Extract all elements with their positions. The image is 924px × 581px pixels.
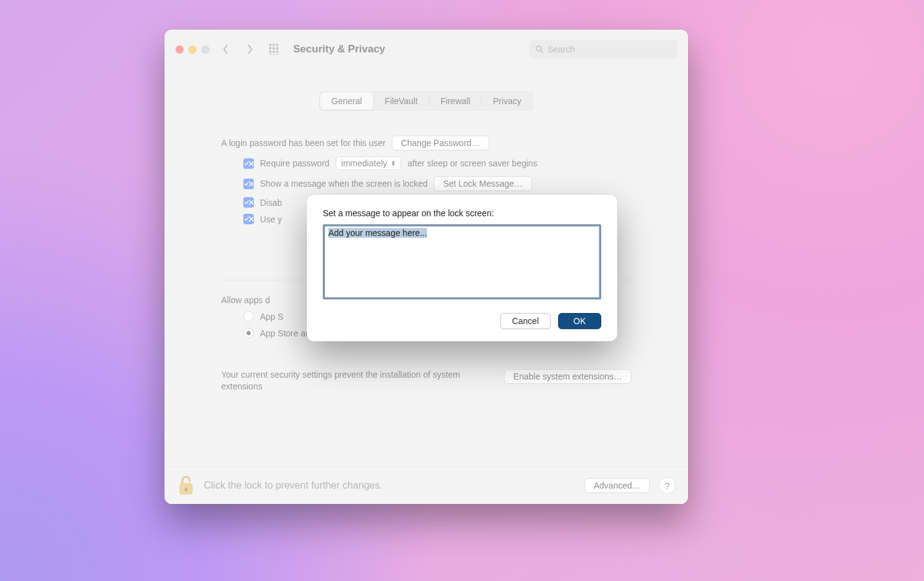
checkmark-icon — [244, 199, 249, 206]
radio-app-store[interactable] — [243, 311, 254, 322]
svg-rect-9 — [269, 54, 271, 55]
svg-rect-6 — [269, 51, 271, 52]
require-password-label: Require password — [260, 158, 330, 168]
tab-general[interactable]: General — [320, 92, 373, 110]
lock-hint-text: Click the lock to prevent further change… — [204, 480, 383, 491]
svg-rect-15 — [185, 487, 187, 492]
forward-button[interactable] — [241, 41, 259, 58]
help-button[interactable]: ? — [659, 477, 676, 494]
require-password-delay-popup[interactable]: immediately ▲▼ — [336, 156, 402, 170]
svg-rect-7 — [273, 51, 275, 52]
set-lock-message-button[interactable]: Set Lock Message… — [434, 176, 532, 191]
tab-filevault[interactable]: FileVault — [374, 92, 429, 110]
disable-autologin-label: Disab — [260, 198, 282, 208]
disable-autologin-checkbox[interactable] — [243, 197, 254, 208]
tab-privacy[interactable]: Privacy — [482, 92, 532, 110]
window-title: Security & Privacy — [293, 43, 385, 55]
zoom-window-button[interactable] — [201, 46, 209, 54]
svg-rect-1 — [273, 44, 275, 46]
svg-rect-5 — [276, 47, 278, 49]
checkmark-icon — [244, 160, 249, 167]
window-controls — [176, 46, 209, 54]
lock-message-sheet: Set a message to appear on the lock scre… — [307, 195, 617, 341]
radio-identified-developers[interactable] — [243, 328, 254, 338]
window-footer: Click the lock to prevent further change… — [164, 466, 688, 504]
chevron-left-icon — [222, 44, 229, 54]
svg-rect-10 — [273, 54, 275, 55]
question-mark-icon: ? — [665, 481, 670, 491]
use-watch-checkbox[interactable] — [243, 214, 254, 224]
svg-rect-11 — [276, 54, 278, 55]
sheet-prompt: Set a message to appear on the lock scre… — [323, 208, 601, 218]
show-message-label: Show a message when the screen is locked — [260, 179, 428, 189]
search-placeholder: Search — [548, 44, 575, 54]
ok-button[interactable]: OK — [558, 313, 601, 329]
svg-rect-8 — [276, 51, 278, 52]
search-field[interactable]: Search — [529, 40, 677, 59]
svg-rect-2 — [276, 44, 278, 46]
login-password-text: A login password has been set for this u… — [221, 138, 386, 148]
allow-apps-label: Allow apps d — [221, 295, 270, 305]
back-button[interactable] — [217, 41, 234, 58]
cancel-button[interactable]: Cancel — [500, 313, 551, 329]
show-message-checkbox[interactable] — [243, 179, 254, 189]
minimize-window-button[interactable] — [188, 46, 197, 54]
svg-line-13 — [541, 51, 543, 53]
close-window-button[interactable] — [176, 46, 184, 54]
lock-icon[interactable] — [177, 475, 195, 496]
tab-bar: General FileVault Firewall Privacy — [164, 91, 688, 111]
checkmark-icon — [244, 216, 249, 222]
checkmark-icon — [244, 181, 249, 187]
search-icon — [535, 45, 544, 54]
change-password-button[interactable]: Change Password… — [392, 136, 489, 150]
require-password-delay-value: immediately — [341, 158, 387, 168]
svg-rect-0 — [269, 44, 271, 46]
show-all-button[interactable] — [266, 41, 283, 58]
lock-message-text: Add your message here... — [328, 228, 427, 238]
window-toolbar: Security & Privacy Search — [164, 30, 688, 69]
stepper-icon: ▲▼ — [391, 160, 396, 166]
svg-rect-4 — [273, 47, 275, 49]
tab-firewall[interactable]: Firewall — [429, 92, 481, 110]
radio-app-store-label: App S — [260, 312, 283, 322]
enable-system-extensions-button[interactable]: Enable system extensions… — [504, 369, 631, 384]
advanced-button[interactable]: Advanced… — [585, 478, 650, 493]
grid-icon — [269, 44, 280, 55]
lock-message-textarea[interactable]: Add your message here... — [323, 224, 601, 299]
require-password-checkbox[interactable] — [243, 158, 254, 169]
use-watch-label: Use y — [260, 214, 282, 224]
chevron-right-icon — [247, 44, 253, 54]
svg-rect-3 — [269, 47, 271, 49]
require-password-suffix: after sleep or screen saver begins — [407, 158, 537, 168]
system-extensions-text: Your current security settings prevent t… — [221, 369, 486, 392]
